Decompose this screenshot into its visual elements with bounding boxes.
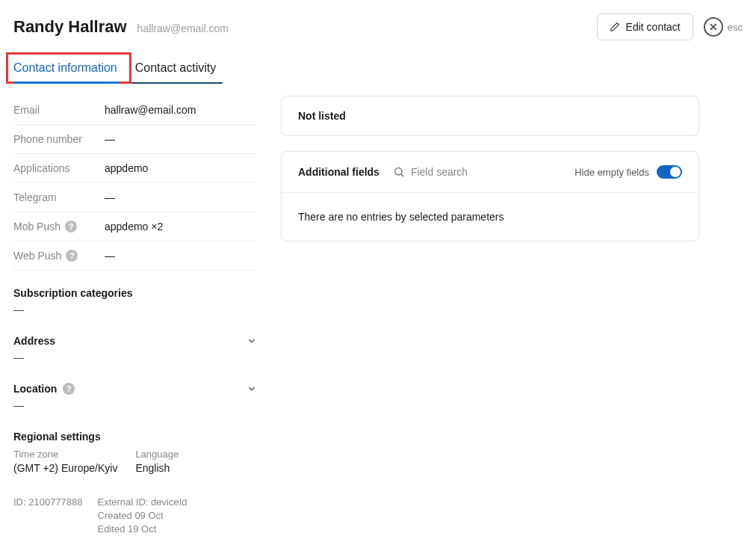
address-section[interactable]: Address (13, 335, 257, 347)
location-section[interactable]: Location ? (13, 383, 257, 395)
additional-fields-title: Additional fields (298, 166, 379, 178)
value-applications: appdemo (105, 162, 148, 174)
hide-empty-fields-toggle[interactable] (657, 165, 682, 179)
language-label: Language (135, 449, 179, 460)
pencil-icon (610, 22, 620, 32)
help-icon[interactable]: ? (66, 250, 78, 262)
help-icon[interactable]: ? (63, 383, 75, 395)
value-email: hallraw@email.com (105, 104, 196, 116)
external-id-value: External ID: deviceId (98, 496, 188, 508)
label-telegram: Telegram (13, 191, 105, 203)
tabs: Contact information Contact activity (13, 55, 223, 84)
active-tab-underline (13, 81, 120, 84)
address-value: — (13, 351, 257, 363)
field-search-input[interactable] (411, 166, 561, 178)
timezone-value: (GMT +2) Europe/Kyiv (13, 462, 117, 474)
edit-contact-label: Edit contact (626, 21, 681, 33)
chevron-down-icon (247, 384, 257, 394)
tab-contact-activity[interactable]: Contact activity (135, 55, 216, 82)
location-value: — (13, 399, 257, 411)
svg-line-1 (401, 174, 403, 176)
value-telegram: — (105, 191, 115, 203)
subscription-categories-value: — (13, 304, 257, 315)
timezone-label: Time zone (13, 449, 117, 460)
contact-name: Randy Hallraw (13, 17, 127, 37)
hide-empty-fields-label: Hide empty fields (574, 167, 649, 178)
value-mob-push: appdemo ×2 (105, 221, 163, 232)
label-web-push: Web Push ? (13, 250, 105, 262)
language-value: English (135, 462, 179, 474)
svg-point-0 (395, 168, 402, 175)
tab-contact-information[interactable]: Contact information (13, 55, 117, 82)
no-entries-message: There are no entries by selected paramet… (282, 193, 698, 241)
location-label: Location ? (13, 383, 75, 395)
address-label: Address (13, 335, 55, 347)
value-phone: — (105, 133, 115, 145)
esc-label: esc (728, 22, 743, 33)
value-web-push: — (105, 250, 115, 262)
regional-settings-header: Regional settings (13, 431, 257, 443)
label-email: Email (13, 104, 105, 116)
edit-contact-button[interactable]: Edit contact (597, 13, 693, 40)
subscription-categories-header: Subscription categories (13, 287, 257, 299)
edited-value: Edited 19 Oct (98, 523, 188, 535)
label-applications: Applications (13, 162, 105, 174)
contact-email: hallraw@email.com (137, 22, 229, 34)
label-phone: Phone number (13, 133, 105, 145)
not-listed-card: Not listed (282, 96, 698, 135)
label-mob-push: Mob Push ? (13, 221, 105, 232)
close-button[interactable]: ✕ esc (704, 17, 743, 37)
created-value: Created 09 Oct (98, 510, 188, 521)
close-icon: ✕ (704, 17, 723, 37)
chevron-down-icon (247, 336, 257, 346)
id-value: ID: 2100777888 (13, 496, 83, 537)
help-icon[interactable]: ? (65, 221, 77, 232)
search-icon (393, 166, 405, 178)
